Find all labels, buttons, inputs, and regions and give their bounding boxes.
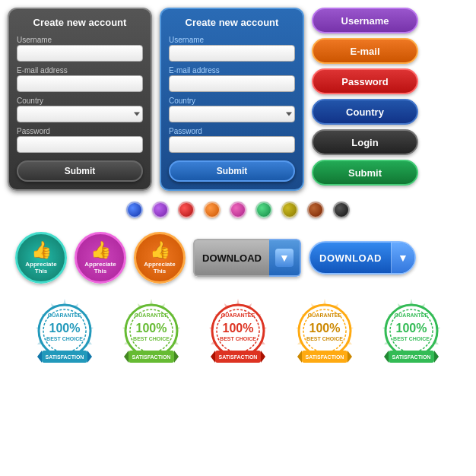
svg-marker-19 <box>174 351 179 363</box>
svg-text:BEST CHOICE: BEST CHOICE <box>393 336 430 341</box>
dot-blue[interactable] <box>126 202 143 218</box>
thumb-icon-orange: 👍 <box>150 240 170 260</box>
blue-form: Create new account Username E-mail addre… <box>160 8 304 191</box>
seal-2: GUARANTEE 100% BEST CHOICE SATISFACTION <box>110 297 192 367</box>
appreciate-orange[interactable]: 👍 AppreciateThis <box>134 232 186 284</box>
blue-email-input[interactable] <box>169 75 295 92</box>
svg-text:SATISFACTION: SATISFACTION <box>392 354 431 360</box>
seal-3-svg: GUARANTEE 100% BEST CHOICE SATISFACTION <box>197 297 279 367</box>
dot-red[interactable] <box>178 202 195 218</box>
dot-orange[interactable] <box>204 202 221 218</box>
svg-text:100%: 100% <box>223 322 254 335</box>
svg-text:100%: 100% <box>136 322 167 335</box>
dark-email-label: E-mail address <box>17 66 143 75</box>
svg-text:SATISFACTION: SATISFACTION <box>132 354 171 360</box>
submit-button[interactable]: Submit <box>312 160 418 186</box>
blue-username-input[interactable] <box>169 45 295 62</box>
blue-password-input[interactable] <box>169 136 295 153</box>
thumb-icon-magenta: 👍 <box>90 240 111 260</box>
svg-text:BEST CHOICE: BEST CHOICE <box>133 336 170 341</box>
svg-text:100%: 100% <box>49 322 81 335</box>
down-arrow-icon: ▼ <box>398 252 408 264</box>
dark-country-select[interactable] <box>17 106 143 122</box>
seal-4-svg: GUARANTEE 100% BEST CHOICE SATISFACTION <box>284 297 366 367</box>
svg-text:100%: 100% <box>309 322 341 335</box>
svg-text:GUARANTEE: GUARANTEE <box>395 313 429 318</box>
login-button[interactable]: Login <box>312 129 418 155</box>
seal-1: GUARANTEE 100% BEST CHOICE SATISFACTION <box>24 297 106 367</box>
badge-row: 👍 AppreciateThis 👍 AppreciateThis 👍 Appr… <box>8 229 468 287</box>
email-button[interactable]: E-mail <box>312 38 418 64</box>
svg-marker-39 <box>347 351 352 363</box>
svg-marker-9 <box>87 351 92 363</box>
blue-form-title: Create new account <box>169 17 295 28</box>
dot-purple[interactable] <box>152 202 169 218</box>
seal-4: GUARANTEE 100% BEST CHOICE SATISFACTION <box>284 297 366 367</box>
username-button[interactable]: Username <box>312 8 418 33</box>
svg-text:SATISFACTION: SATISFACTION <box>306 354 344 360</box>
download-arrow-round: ▼ <box>391 243 414 273</box>
svg-marker-38 <box>297 351 302 363</box>
dark-email-input[interactable] <box>17 75 143 92</box>
dark-country-label: Country <box>17 97 143 105</box>
svg-text:SATISFACTION: SATISFACTION <box>46 354 84 360</box>
side-buttons: Username E-mail Password Country Login S… <box>312 8 468 186</box>
appreciate-teal[interactable]: 👍 AppreciateThis <box>15 232 67 284</box>
seal-3: GUARANTEE 100% BEST CHOICE SATISFACTION <box>197 297 279 367</box>
appreciate-label-magenta: AppreciateThis <box>84 262 116 275</box>
dark-username-label: Username <box>17 36 143 44</box>
dark-form: Create new account Username E-mail addre… <box>8 8 152 191</box>
download-btn-rect[interactable]: DOWNLOAD ▼ <box>193 239 301 277</box>
blue-country-select[interactable] <box>169 106 295 122</box>
download-text-rect: DOWNLOAD <box>193 239 269 277</box>
thumb-icon-teal: 👍 <box>31 240 52 260</box>
svg-text:GUARANTEE: GUARANTEE <box>221 313 255 318</box>
seal-5: GUARANTEE 100% BEST CHOICE SATISFACTION <box>370 297 452 367</box>
dark-submit-button[interactable]: Submit <box>17 160 143 182</box>
dark-password-input[interactable] <box>17 136 143 153</box>
dot-yellow[interactable] <box>281 202 298 218</box>
color-dots-row <box>8 198 468 221</box>
svg-text:100%: 100% <box>396 322 427 335</box>
dot-black[interactable] <box>333 202 350 218</box>
download-arrow-icon: ▼ <box>275 249 294 267</box>
password-button[interactable]: Password <box>312 68 418 94</box>
dark-username-input[interactable] <box>17 45 143 62</box>
svg-text:SATISFACTION: SATISFACTION <box>219 354 258 360</box>
country-button[interactable]: Country <box>312 99 418 125</box>
blue-email-label: E-mail address <box>169 66 295 75</box>
seal-5-svg: GUARANTEE 100% BEST CHOICE SATISFACTION <box>370 297 452 367</box>
svg-text:GUARANTEE: GUARANTEE <box>48 313 82 318</box>
svg-marker-48 <box>384 351 389 363</box>
seal-2-svg: GUARANTEE 100% BEST CHOICE SATISFACTION <box>110 297 192 367</box>
dark-country-wrapper <box>17 106 143 122</box>
svg-text:BEST CHOICE: BEST CHOICE <box>306 336 343 341</box>
svg-marker-49 <box>434 351 439 363</box>
blue-country-label: Country <box>169 97 295 105</box>
svg-marker-29 <box>261 351 265 363</box>
download-btn-round[interactable]: DOWNLOAD ▼ <box>309 241 416 274</box>
svg-text:GUARANTEE: GUARANTEE <box>308 313 342 318</box>
svg-marker-8 <box>37 351 42 363</box>
blue-username-label: Username <box>169 36 295 44</box>
dot-pink[interactable] <box>230 202 246 218</box>
svg-text:GUARANTEE: GUARANTEE <box>135 313 169 318</box>
dot-brown[interactable] <box>307 202 324 218</box>
svg-text:BEST CHOICE: BEST CHOICE <box>220 336 256 341</box>
seals-row: GUARANTEE 100% BEST CHOICE SATISFACTION … <box>8 294 468 370</box>
appreciate-magenta[interactable]: 👍 AppreciateThis <box>75 232 126 284</box>
svg-text:BEST CHOICE: BEST CHOICE <box>46 336 83 341</box>
blue-country-wrapper <box>169 106 295 122</box>
dot-green[interactable] <box>255 202 272 218</box>
appreciate-label-teal: AppreciateThis <box>25 262 56 275</box>
download-arrow-rect: ▼ <box>269 239 301 277</box>
blue-password-label: Password <box>169 127 295 135</box>
svg-marker-18 <box>124 351 129 363</box>
seal-1-svg: GUARANTEE 100% BEST CHOICE SATISFACTION <box>24 297 106 367</box>
download-text-round: DOWNLOAD <box>310 252 391 264</box>
appreciate-label-orange: AppreciateThis <box>144 262 175 275</box>
svg-marker-28 <box>211 351 215 363</box>
dark-form-title: Create new account <box>17 17 143 28</box>
blue-submit-button[interactable]: Submit <box>169 160 295 182</box>
dark-password-label: Password <box>17 127 143 135</box>
